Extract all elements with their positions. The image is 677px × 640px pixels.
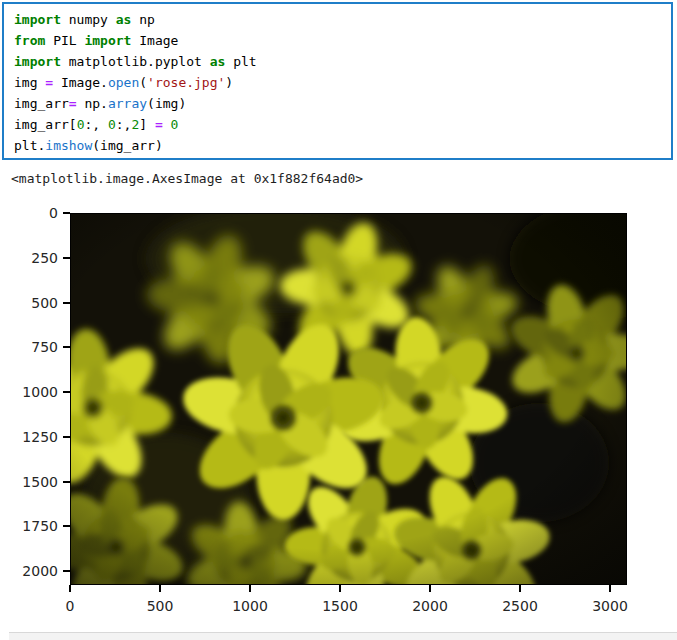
code-token: 'rose.jpg'	[147, 75, 225, 90]
x-tick-label: 0	[66, 598, 75, 614]
code-token: array	[108, 96, 147, 111]
code-token	[163, 117, 171, 132]
code-token: numpy	[61, 12, 116, 27]
y-tick-mark	[63, 525, 70, 527]
imshow-image	[70, 213, 627, 585]
x-tick-label: 2500	[502, 598, 538, 614]
y-tick-mark	[63, 346, 70, 348]
x-tick-mark	[519, 585, 521, 592]
code-token: 0	[171, 117, 179, 132]
code-token: :,	[116, 117, 132, 132]
next-cell-placeholder[interactable]	[9, 632, 677, 640]
y-tick-label: 750	[0, 339, 58, 355]
code-editor[interactable]: import numpy as npfrom PIL import Imagei…	[14, 9, 671, 156]
x-tick-mark	[339, 585, 341, 592]
code-line: img = Image.open('rose.jpg')	[14, 72, 671, 93]
code-token: import	[84, 33, 131, 48]
code-token: =	[155, 117, 163, 132]
code-line: img_arr[0:, 0:,2] = 0	[14, 114, 671, 135]
code-token: plt	[225, 54, 256, 69]
rose-image-svg	[71, 214, 626, 584]
y-tick-mark	[63, 436, 70, 438]
x-tick-label: 1500	[322, 598, 358, 614]
y-tick-label: 500	[0, 295, 58, 311]
code-token: Image	[131, 33, 178, 48]
x-tick-mark	[249, 585, 251, 592]
y-tick-mark	[63, 302, 70, 304]
code-token: =	[45, 75, 53, 90]
code-token: from	[14, 33, 45, 48]
y-tick-label: 1750	[0, 518, 58, 534]
y-tick-mark	[63, 481, 70, 483]
execution-output: <matplotlib.image.AxesImage at 0x1f882f6…	[11, 171, 363, 186]
code-token: (	[139, 75, 147, 90]
y-tick-label: 1500	[0, 474, 58, 490]
code-token: img	[14, 75, 45, 90]
code-token: PIL	[45, 33, 84, 48]
y-tick-mark	[63, 570, 70, 572]
code-token: :,	[84, 117, 107, 132]
code-token: plt.	[14, 138, 45, 153]
code-line: img_arr= np.array(img)	[14, 93, 671, 114]
code-token: import	[14, 54, 61, 69]
y-tick-label: 0	[0, 205, 58, 221]
code-token: matplotlib.pyplot	[61, 54, 210, 69]
code-line: import matplotlib.pyplot as plt	[14, 51, 671, 72]
code-token: as	[210, 54, 226, 69]
matplotlib-figure: 025050075010001250150017502000 050010001…	[0, 205, 677, 620]
y-tick-label: 250	[0, 250, 58, 266]
code-cell[interactable]: import numpy as npfrom PIL import Imagei…	[2, 2, 673, 160]
x-tick-mark	[609, 585, 611, 592]
x-tick-label: 2000	[412, 598, 448, 614]
x-tick-label: 1000	[232, 598, 268, 614]
x-tick-label: 3000	[592, 598, 628, 614]
code-token: 0	[108, 117, 116, 132]
code-token: np.	[77, 96, 108, 111]
code-line: from PIL import Image	[14, 30, 671, 51]
code-token: (img_arr)	[92, 138, 162, 153]
code-token: as	[116, 12, 132, 27]
y-tick-label: 2000	[0, 563, 58, 579]
code-token: )	[225, 75, 233, 90]
code-line: plt.imshow(img_arr)	[14, 135, 671, 156]
x-tick-mark	[429, 585, 431, 592]
y-tick-mark	[63, 257, 70, 259]
y-tick-label: 1000	[0, 384, 58, 400]
x-tick-mark	[69, 585, 71, 592]
code-token: Image.	[53, 75, 108, 90]
code-token: ]	[139, 117, 155, 132]
code-token: open	[108, 75, 139, 90]
code-token: np	[131, 12, 154, 27]
y-tick-mark	[63, 212, 70, 214]
code-token: imshow	[45, 138, 92, 153]
code-token: img_arr[	[14, 117, 77, 132]
y-tick-mark	[63, 391, 70, 393]
code-token: (img)	[147, 96, 186, 111]
code-token: img_arr	[14, 96, 69, 111]
x-tick-mark	[159, 585, 161, 592]
x-tick-label: 500	[147, 598, 174, 614]
code-token: =	[69, 96, 77, 111]
code-line: import numpy as np	[14, 9, 671, 30]
code-token: import	[14, 12, 61, 27]
y-tick-label: 1250	[0, 429, 58, 445]
